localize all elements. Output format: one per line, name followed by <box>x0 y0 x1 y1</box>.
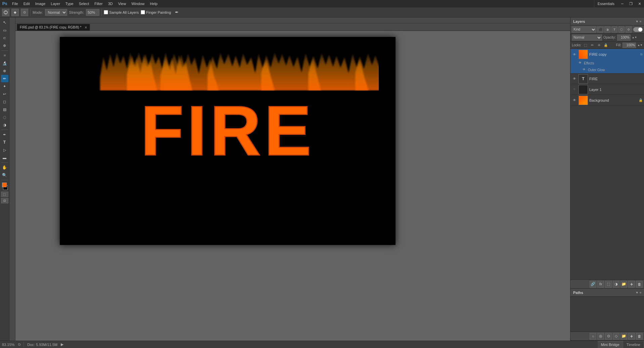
layers-collapse-icon[interactable]: ▼ <box>636 20 639 23</box>
fill-input[interactable] <box>623 43 636 48</box>
filter-shape-btn[interactable]: ⬡ <box>618 27 625 33</box>
tool-preset-btn[interactable]: ◆ <box>11 9 19 16</box>
menu-filter[interactable]: Filter <box>92 1 105 6</box>
shape-tool[interactable]: ▬ <box>1 154 8 161</box>
layer-item-layer1[interactable]: 👁 Layer 1 <box>570 84 644 95</box>
doc-info: Doc: 5.93M/11.5M <box>25 343 59 347</box>
layer-visibility-fire-copy[interactable]: 👁 <box>572 52 577 57</box>
layer-name-fire-copy: FIRE copy <box>589 52 639 56</box>
layer-filter-select[interactable]: Kind <box>572 27 596 33</box>
menu-help[interactable]: Help <box>147 1 160 6</box>
opacity-input[interactable] <box>617 35 631 41</box>
pen-tool[interactable]: ✒ <box>1 131 8 138</box>
heal-tool[interactable]: ⊕ <box>1 67 8 74</box>
layer-item-fire-text[interactable]: 👁 T FIRE <box>570 73 644 84</box>
layer-visibility-layer1[interactable]: 👁 <box>572 87 577 92</box>
menu-edit[interactable]: Edit <box>21 1 33 6</box>
blur-tool[interactable]: ◌ <box>1 113 8 121</box>
quick-mask-btn[interactable]: ⬚ <box>1 192 8 197</box>
timeline-tab[interactable]: Timeline <box>623 341 644 348</box>
path-fill-btn[interactable]: ○ <box>590 333 596 340</box>
airbrush-icon[interactable]: ✒ <box>173 9 180 16</box>
effects-eye[interactable]: 👁 <box>579 61 583 65</box>
maximize-button[interactable]: ❐ <box>627 0 635 7</box>
lock-image-btn[interactable]: ✏ <box>590 43 595 48</box>
layer-mask-btn[interactable]: ⬚ <box>605 281 612 288</box>
brush-size-btn[interactable]: ⊙ <box>21 9 28 16</box>
opacity-arrows[interactable]: ▲▼ <box>632 36 637 39</box>
layer-group-btn[interactable]: 📁 <box>620 281 627 288</box>
path-workpath-btn[interactable]: ◇ <box>613 333 619 340</box>
layer-fx-btn[interactable]: fx <box>597 281 604 288</box>
gradient-tool[interactable]: ▤ <box>1 106 8 113</box>
path-new-btn[interactable]: + <box>628 333 635 340</box>
paths-collapse-icon[interactable]: ▼ <box>636 291 639 294</box>
menu-layer[interactable]: Layer <box>48 1 63 6</box>
move-tool[interactable]: ↖ <box>1 19 8 26</box>
filter-smart-btn[interactable]: ⚙ <box>626 27 632 33</box>
finger-painting-checkbox[interactable]: Finger Painting <box>141 10 171 14</box>
layer-item-fire-copy[interactable]: 👁 FIRE copy fx 👁 Effects <box>570 49 644 73</box>
menu-type[interactable]: Type <box>63 1 76 6</box>
layer-visibility-background[interactable]: 👁 <box>572 98 577 103</box>
dodge-tool[interactable]: ◑ <box>1 121 8 129</box>
tab-close-btn[interactable]: × <box>85 25 87 30</box>
zoom-adjust-btn[interactable]: ⊙ <box>16 342 22 347</box>
marquee-tool[interactable]: ▭ <box>1 27 8 34</box>
lock-all-btn[interactable]: 🔒 <box>603 43 608 48</box>
clone-tool[interactable]: ✦ <box>1 83 8 90</box>
foreground-color-swatch[interactable] <box>2 183 7 187</box>
menu-view[interactable]: View <box>116 1 129 6</box>
lasso-tool[interactable]: ⊂ <box>1 34 8 42</box>
sample-all-layers-checkbox[interactable]: Sample All Layers <box>104 10 139 14</box>
layer-delete-btn[interactable]: 🗑 <box>636 281 643 288</box>
path-mask-btn[interactable]: 📁 <box>620 333 627 340</box>
brush-tool[interactable]: ✏ <box>1 75 8 82</box>
paths-menu-icon[interactable]: ≡ <box>640 291 641 294</box>
lock-move-btn[interactable]: ✛ <box>596 43 602 48</box>
menu-3d[interactable]: 3D <box>105 1 116 6</box>
outer-glow-item[interactable]: 👁 Outer Glow <box>577 66 644 73</box>
document-tab[interactable]: FIRE.psd @ 83.1% (FIRE copy, RGB/8) * × <box>17 24 90 31</box>
layer-adjustment-btn[interactable]: ◑ <box>613 281 619 288</box>
filter-toggle[interactable] <box>633 27 643 32</box>
lock-transparent-btn[interactable]: ⬚ <box>583 43 588 48</box>
filter-adjust-btn[interactable]: ◑ <box>604 27 610 33</box>
menu-image[interactable]: Image <box>33 1 48 6</box>
layer-link-btn[interactable]: 🔗 <box>590 281 596 288</box>
path-delete-btn[interactable]: 🗑 <box>636 333 643 340</box>
menu-window[interactable]: Window <box>129 1 147 6</box>
mini-bridge-tab[interactable]: Mini Bridge <box>598 341 623 348</box>
strength-input[interactable] <box>86 9 99 16</box>
workspace-selector[interactable]: Essentials <box>594 0 618 7</box>
minimize-button[interactable]: − <box>618 0 627 7</box>
screen-mode-btn[interactable]: ⊡ <box>1 198 8 203</box>
layer-new-btn[interactable]: + <box>628 281 635 288</box>
type-tool[interactable]: T <box>1 139 8 146</box>
layer-visibility-fire-text[interactable]: 👁 <box>572 76 577 82</box>
close-button[interactable]: × <box>635 0 644 7</box>
history-brush-tool[interactable]: ↩ <box>1 90 8 98</box>
path-load-btn[interactable]: ⊙ <box>605 333 612 340</box>
zoom-tool[interactable]: 🔍 <box>1 171 8 179</box>
doc-info-arrow[interactable]: ▶ <box>59 342 65 347</box>
eyedropper-tool[interactable]: 🔬 <box>1 59 8 67</box>
wand-tool[interactable]: ✲ <box>1 42 8 49</box>
filter-pixel-btn[interactable]: ⬛ <box>597 27 603 33</box>
menu-select[interactable]: Select <box>76 1 92 6</box>
menu-file[interactable]: File <box>9 1 21 6</box>
outer-glow-eye[interactable]: 👁 <box>583 68 587 72</box>
filter-type-btn[interactable]: T <box>611 27 617 33</box>
hand-tool[interactable]: ✋ <box>1 164 8 171</box>
layer-item-background[interactable]: 👁 Background 🔒 <box>570 95 644 106</box>
path-stroke-btn[interactable]: ◎ <box>597 333 604 340</box>
crop-tool[interactable]: ⌗ <box>1 52 8 59</box>
path-select-tool[interactable]: ▷ <box>1 146 8 154</box>
blend-mode-select[interactable]: Normal <box>45 9 67 16</box>
fill-arrows[interactable]: ▲▼ <box>637 44 643 47</box>
eraser-tool[interactable]: ◻ <box>1 98 8 105</box>
blend-mode-layers[interactable]: Normal <box>572 35 602 41</box>
layers-menu-icon[interactable]: ≡ <box>640 20 641 23</box>
active-tool-icon[interactable] <box>2 9 9 16</box>
color-swatches[interactable] <box>1 182 8 191</box>
